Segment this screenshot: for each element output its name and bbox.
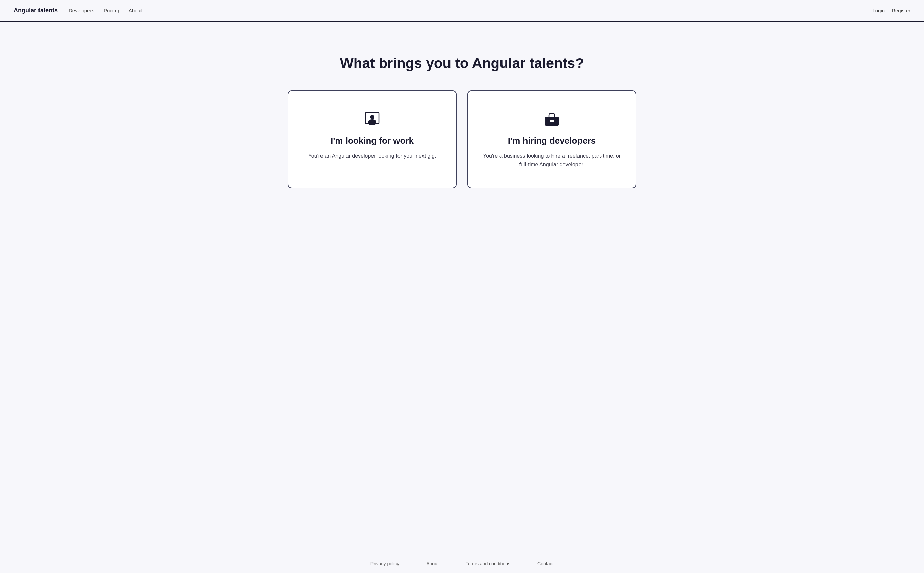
cards-container: I'm looking for work You're an Angular d… [276, 91, 648, 188]
card-looking-for-work[interactable]: I'm looking for work You're an Angular d… [288, 91, 457, 188]
card-looking-for-work-desc: You're an Angular developer looking for … [308, 152, 436, 160]
nav-auth-login[interactable]: Login [872, 8, 885, 14]
nav-auth: LoginRegister [872, 8, 910, 14]
nav-auth-register[interactable]: Register [891, 8, 910, 14]
nav-links: DevelopersPricingAbout [69, 8, 142, 14]
svg-rect-5 [550, 120, 554, 122]
nav-link-pricing[interactable]: Pricing [104, 8, 119, 14]
card-looking-for-work-title: I'm looking for work [331, 136, 414, 146]
svg-point-1 [370, 115, 374, 119]
footer-link-privacy-policy[interactable]: Privacy policy [370, 561, 400, 566]
footer-link-terms[interactable]: Terms and conditions [466, 561, 510, 566]
main-content: What brings you to Angular talents? I'm … [0, 22, 924, 215]
card-hiring-developers-desc: You're a business looking to hire a free… [482, 152, 622, 169]
footer-link-contact[interactable]: Contact [537, 561, 554, 566]
card-hiring-developers[interactable]: I'm hiring developers You're a business … [467, 91, 636, 188]
footer-link-footer-about[interactable]: About [426, 561, 439, 566]
briefcase-icon [543, 110, 561, 129]
nav-link-developers[interactable]: Developers [69, 8, 94, 14]
card-hiring-developers-title: I'm hiring developers [508, 136, 596, 146]
person-icon [363, 110, 381, 129]
nav-left: Angular talents DevelopersPricingAbout [14, 7, 142, 14]
brand-link[interactable]: Angular talents [14, 7, 58, 14]
navbar: Angular talents DevelopersPricingAbout L… [0, 0, 924, 22]
page-heading: What brings you to Angular talents? [340, 55, 584, 72]
nav-link-about[interactable]: About [129, 8, 142, 14]
footer: Privacy policyAboutTerms and conditionsC… [0, 554, 924, 573]
